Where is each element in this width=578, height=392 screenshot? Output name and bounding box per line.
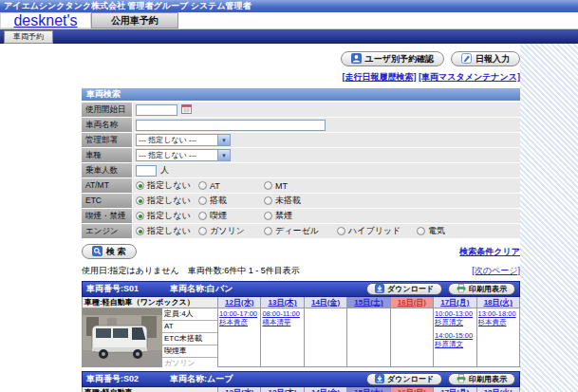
app-tab[interactable]: 公用車予約 (91, 12, 178, 28)
calendar-icon[interactable] (181, 103, 192, 116)
day-link[interactable]: 14日(金) (311, 298, 340, 307)
radio-option[interactable]: AT (198, 181, 260, 191)
screen: アイエムシンクタンク株式会社 管理者グループ システム管理者 desknet's… (0, 0, 578, 392)
download-button[interactable]: ダウンロード (366, 283, 442, 295)
reservation-time-link[interactable]: 14:00-15:00 (435, 331, 475, 340)
radio-option[interactable]: 禁煙 (264, 210, 333, 222)
day-body: 13:00-18:00 杉本貴彦 (477, 308, 519, 366)
print-view-button[interactable]: 印刷用表示 (448, 373, 515, 385)
reservation-user-link[interactable]: 杉原清文 (435, 318, 475, 327)
vehicle-type: 車種:軽自動車（ワンボックス） (83, 297, 217, 308)
day-column: 14日(金) (305, 387, 347, 392)
tab-vehicle-reservation[interactable]: 車両予約 (4, 30, 53, 44)
print-view-button[interactable]: 印刷用表示 (448, 283, 515, 295)
vehicle-number: 車両番号:S01 (86, 283, 170, 295)
reservation-time-link[interactable]: 10:00-17:00 (219, 309, 260, 318)
search-form: 使用開始日 車両名称 管理部署 --- 指定しない --- ▼ (82, 103, 520, 238)
day-header: 14日(金) (305, 297, 346, 308)
radio-option[interactable]: ガソリン (198, 225, 260, 237)
day-link[interactable]: 12日(水) (225, 388, 253, 392)
day-link[interactable]: 16日(日) (398, 388, 426, 392)
day-link[interactable]: 13日(木) (269, 298, 297, 307)
day-column: 18日(火) 13:00-18:00 杉本貴彦 (477, 297, 519, 366)
spec-etc: ETC未搭載 (162, 333, 217, 345)
reservation-user-link[interactable]: 杉本貴彦 (219, 318, 260, 327)
day-column: 13日(木) 08:00-11:00 橋本清華 (261, 297, 304, 366)
radio-option[interactable]: 指定しない (136, 179, 195, 192)
next-page-link[interactable]: [次のページ] (472, 265, 520, 277)
radio-icon (264, 181, 272, 190)
daily-report-button[interactable]: 日報入力 (451, 51, 520, 66)
radio-option[interactable]: 指定しない (136, 195, 195, 207)
title-bar: アイエムシンクタンク株式会社 管理者グループ システム管理者 (0, 0, 578, 12)
reservation-time-link[interactable]: 08:00-11:00 (262, 309, 303, 318)
radio-option[interactable]: 指定しない (136, 210, 195, 222)
day-column-saturday: 15日(土) (347, 387, 390, 392)
radio-option[interactable]: 搭載 (198, 195, 260, 207)
radio-option[interactable]: ディーゼル (264, 225, 333, 237)
day-link[interactable]: 15日(土) (354, 298, 382, 307)
reservation-user-link[interactable]: 杉原清文 (435, 340, 475, 348)
desknet-link[interactable]: desknet's (13, 12, 77, 29)
section-header-vehicle-search: 車両検索 (82, 88, 520, 101)
field-label: AT/MT (82, 178, 132, 193)
form-row-at-mt: AT/MT 指定しない AT MT (82, 178, 520, 193)
radio-option[interactable]: 指定しない (136, 225, 195, 237)
search-button[interactable]: 検 索 (82, 244, 137, 259)
download-icon (375, 284, 384, 295)
day-link[interactable]: 17日(月) (440, 298, 469, 307)
start-date-input[interactable] (136, 104, 177, 116)
radio-option[interactable]: ハイブリッド (337, 225, 413, 237)
day-column-sunday: 16日(日) (391, 297, 434, 366)
field-label: 喫煙・禁煙 (82, 209, 132, 223)
day-link[interactable]: 17日(月) (440, 388, 469, 392)
day-link[interactable]: 18日(火) (484, 298, 513, 307)
user-reservation-button[interactable]: ユーザ別予約確認 (341, 51, 444, 66)
radio-option[interactable]: 未搭載 (264, 195, 333, 207)
radio-icon (136, 181, 144, 190)
vehicle-info-column: 車種:軽自動車（ワンボックス） (83, 297, 218, 366)
printer-icon (457, 374, 466, 385)
vehicle-specs: 定員:4人 AT ETC未搭載 喫煙車 ガソリン (162, 308, 217, 366)
day-link[interactable]: 15日(土) (354, 388, 382, 392)
reservation-user-link[interactable]: 杉本貴彦 (478, 318, 519, 327)
field-label: ETC (82, 194, 132, 208)
radio-option[interactable]: 電気 (417, 225, 445, 237)
reservation-user-link[interactable]: 橋本清華 (262, 318, 303, 327)
radio-option[interactable]: MT (264, 181, 333, 191)
day-link[interactable]: 12日(水) (225, 298, 253, 307)
company-title: アイエムシンクタンク株式会社 管理者グループ システム管理者 (4, 1, 252, 10)
main-content: ユーザ別予約確認 日報入力 [走行日報履歴検索] [車両マスタメンテナンス] 車… (82, 44, 520, 392)
day-link[interactable]: 18日(火) (484, 388, 513, 392)
download-button[interactable]: ダウンロード (366, 373, 442, 385)
day-link[interactable]: 13日(木) (269, 388, 297, 392)
download-icon (375, 374, 384, 385)
vehicle-master-link[interactable]: [車両マスタメンテナンス] (419, 72, 520, 82)
day-column: 17日(月) (434, 387, 476, 392)
quick-links: [走行日報履歴検索] [車両マスタメンテナンス] (82, 71, 520, 84)
clear-search-link[interactable]: 検索条件クリア (459, 246, 520, 258)
vehicle-name-input[interactable] (136, 120, 326, 131)
vehicle-photo (83, 308, 162, 366)
car-type-select[interactable]: --- 指定しない --- ▼ (136, 149, 231, 161)
spec-engine: ガソリン (162, 358, 217, 369)
vehicle-info-column: 車種:軽自動車 (83, 387, 218, 392)
day-link[interactable]: 14日(金) (311, 388, 340, 392)
passengers-input[interactable] (136, 165, 157, 177)
reservation-time-link[interactable]: 13:00-18:00 (478, 309, 519, 318)
form-row-engine: エンジン 指定しない ガソリン ディーゼル ハイブリッド 電気 (82, 224, 520, 238)
passengers-unit: 人 (160, 164, 169, 177)
radio-icon (136, 212, 144, 220)
chevron-down-icon: ▼ (217, 150, 230, 160)
day-link[interactable]: 16日(日) (398, 298, 426, 307)
report-history-link[interactable]: [走行日報履歴検索] (343, 72, 417, 82)
radio-icon (136, 227, 144, 235)
day-column-saturday: 15日(土) (347, 297, 390, 366)
radio-option[interactable]: 喫煙 (198, 210, 260, 222)
reservation-time-link[interactable]: 10:00-13:00 (435, 309, 475, 318)
search-actions: 検 索 検索条件クリア (82, 244, 520, 259)
day-column: 12日(水) (218, 387, 261, 392)
department-select[interactable]: --- 指定しない --- ▼ (136, 134, 231, 146)
day-column: 12日(水) 10:00-17:00 杉本貴彦 (218, 297, 261, 366)
background-stripes (520, 44, 578, 392)
